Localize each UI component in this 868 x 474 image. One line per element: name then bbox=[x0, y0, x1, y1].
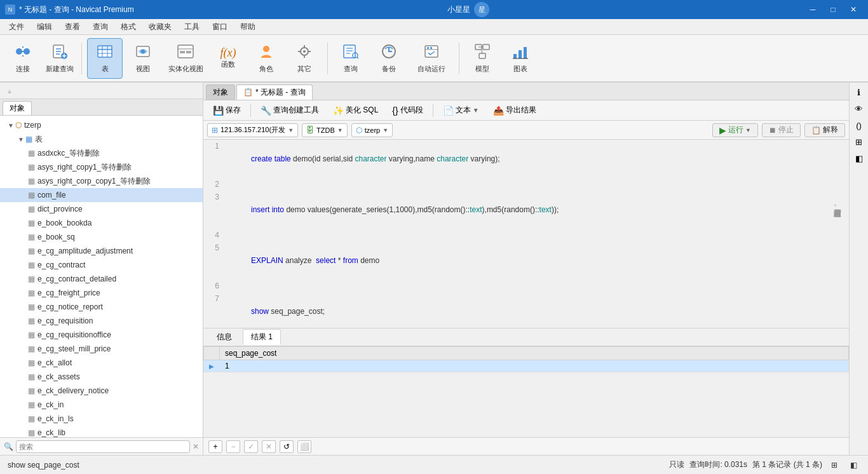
stop-button[interactable]: ⏹ 停止 bbox=[762, 123, 801, 137]
menu-help[interactable]: 帮助 bbox=[234, 20, 262, 34]
rtb-cancel[interactable]: ✕ bbox=[262, 440, 276, 453]
database-select[interactable]: 🗄 TZDB ▼ bbox=[302, 123, 348, 137]
tree-table-ebook-sq[interactable]: ▦ e_book_sq bbox=[0, 230, 203, 244]
tab-query[interactable]: 📋 * 无标题 - 查询 bbox=[236, 85, 313, 100]
col-header-seq-page-cost[interactable]: seq_page_cost bbox=[220, 347, 849, 360]
tb-view[interactable]: 视图 bbox=[125, 38, 161, 79]
query-tab-bar: 对象 📋 * 无标题 - 查询 bbox=[203, 83, 849, 100]
explain-label: 解释 bbox=[823, 125, 838, 135]
ri-info[interactable]: ℹ bbox=[852, 85, 866, 99]
tree-table-cg-freight[interactable]: ▦ e_cg_freight_price bbox=[0, 286, 203, 300]
tree-table-cg-contract[interactable]: ▦ e_cg_contract bbox=[0, 258, 203, 272]
ri-split[interactable]: ◧ bbox=[852, 151, 866, 165]
tree-table-cg-req[interactable]: ▦ e_cg_requisition bbox=[0, 314, 203, 328]
search-input[interactable] bbox=[16, 440, 190, 453]
tree-table-ck-lib[interactable]: ▦ e_ck_lib bbox=[0, 426, 203, 437]
code-editor[interactable]: 1 create table demo(id serial,sid charac… bbox=[203, 140, 849, 328]
tree-table-cg-detailed[interactable]: ▦ e_cg_contract_detailed bbox=[0, 272, 203, 286]
tree-root[interactable]: ▼ ⬡ tzerp bbox=[0, 118, 203, 132]
btn-export[interactable]: 📤 导出结果 bbox=[487, 103, 542, 118]
tb-other[interactable]: 其它 bbox=[287, 38, 322, 79]
tree-table-asys2[interactable]: ▦ asys_right_corp_copy1_等待删除 bbox=[0, 174, 203, 188]
code-line-1: 1 create table demo(id serial,sid charac… bbox=[203, 140, 849, 178]
tree-table-asdxckc[interactable]: ▦ asdxckc_等待删除 bbox=[0, 146, 203, 160]
rtb-add[interactable]: + bbox=[208, 440, 222, 453]
btn-beautify[interactable]: ✨ 美化 SQL bbox=[327, 103, 384, 118]
tb-chart[interactable]: 图表 bbox=[503, 38, 538, 79]
rtb-layout[interactable]: ⬜ bbox=[297, 440, 311, 453]
server-select[interactable]: ⊞ 121.36.157.210(开发 ▼ bbox=[207, 123, 298, 137]
tb-material-view[interactable]: 实体化视图 bbox=[163, 38, 208, 79]
menu-query[interactable]: 查询 bbox=[86, 20, 114, 34]
tree-table-ck-allot[interactable]: ▦ e_ck_allot bbox=[0, 356, 203, 370]
tb-query[interactable]: 查询 bbox=[333, 38, 369, 79]
minimize-button[interactable]: ─ bbox=[803, 3, 822, 16]
tab-result1[interactable]: 结果 1 bbox=[243, 329, 281, 345]
tb-role[interactable]: 角色 bbox=[248, 38, 284, 79]
tb-auto-run[interactable]: 自动运行 bbox=[409, 38, 454, 79]
menu-edit[interactable]: 编辑 bbox=[31, 20, 58, 34]
menu-view[interactable]: 查看 bbox=[58, 20, 86, 34]
tb-function[interactable]: f(x) 函数 bbox=[210, 38, 246, 79]
chart-icon bbox=[512, 43, 529, 63]
menu-favorites[interactable]: 收藏夹 bbox=[142, 20, 178, 34]
folder-icon: ▦ bbox=[25, 135, 32, 144]
menu-window[interactable]: 窗口 bbox=[206, 20, 234, 34]
menu-file[interactable]: 文件 bbox=[3, 20, 31, 34]
tree-table-dict[interactable]: ▦ dict_province bbox=[0, 202, 203, 216]
tree-tables-folder[interactable]: ▼ ▦ 表 bbox=[0, 132, 203, 146]
schema-select[interactable]: ⬡ tzerp ▼ bbox=[351, 123, 393, 137]
tb-model[interactable]: 模型 bbox=[465, 38, 500, 79]
explain-button[interactable]: 📋 解释 bbox=[804, 123, 845, 137]
tree-table-ck-delivery[interactable]: ▦ e_ck_delivery_notice bbox=[0, 384, 203, 398]
tree-table-cg-amp[interactable]: ▦ e_cg_amplitude_adjustment bbox=[0, 244, 203, 258]
table-label: e_cg_contract_detailed bbox=[37, 274, 116, 283]
btn-save[interactable]: 💾 保存 bbox=[207, 103, 247, 118]
menu-format[interactable]: 格式 bbox=[114, 20, 142, 34]
svg-rect-35 bbox=[430, 47, 432, 49]
status-form-view[interactable]: ◧ bbox=[846, 459, 860, 471]
nav-up[interactable]: ▲ bbox=[3, 85, 17, 97]
rtb-refresh[interactable]: ↺ bbox=[280, 440, 294, 453]
run-button[interactable]: ▶ 运行 ▼ bbox=[712, 123, 758, 137]
menu-tools[interactable]: 工具 bbox=[178, 20, 206, 34]
svg-rect-41 bbox=[513, 54, 517, 58]
app-icon: N bbox=[5, 4, 15, 15]
table-row[interactable]: ▶ 1 bbox=[204, 360, 849, 372]
btn-create-tool[interactable]: 🔧 查询创建工具 bbox=[255, 103, 325, 118]
tree-table-cg-notice[interactable]: ▦ e_cg_notice_report bbox=[0, 300, 203, 314]
tb-backup[interactable]: 备份 bbox=[371, 38, 407, 79]
table-row-icon: ▦ bbox=[28, 302, 35, 311]
btn-code-segment[interactable]: {} 代码段 bbox=[386, 103, 428, 118]
close-button[interactable]: ✕ bbox=[844, 3, 863, 16]
ri-code[interactable]: () bbox=[852, 118, 866, 132]
tree-table-ck-assets[interactable]: ▦ e_ck_assets bbox=[0, 370, 203, 384]
tree-table-cg-steel[interactable]: ▦ e_cg_steel_mill_price bbox=[0, 342, 203, 356]
tab-objects-header[interactable]: 对象 bbox=[206, 85, 235, 100]
code-line-6: 6 bbox=[203, 280, 849, 292]
ri-table[interactable]: ⊞ bbox=[852, 135, 866, 149]
status-grid-view[interactable]: ⊞ bbox=[827, 459, 841, 471]
tree-table-ck-in-ls[interactable]: ▦ e_ck_in_ls bbox=[0, 412, 203, 426]
tree-table-ck-in[interactable]: ▦ e_ck_in bbox=[0, 398, 203, 412]
tb-new-query[interactable]: 新建查询 bbox=[43, 38, 76, 79]
tb-role-label: 角色 bbox=[259, 64, 273, 74]
rtb-remove[interactable]: − bbox=[226, 440, 240, 453]
tb-query-label: 查询 bbox=[344, 64, 358, 74]
tree-table-asys1[interactable]: ▦ asys_right_copy1_等待删除 bbox=[0, 160, 203, 174]
tb-auto-run-label: 自动运行 bbox=[417, 64, 445, 74]
tree-table-com-file[interactable]: ▦ com_file bbox=[0, 188, 203, 202]
maximize-button[interactable]: □ bbox=[824, 3, 843, 16]
tb-connect[interactable]: 连接 bbox=[5, 38, 41, 79]
rtb-confirm[interactable]: ✓ bbox=[244, 440, 258, 453]
avatar: 星 bbox=[474, 2, 489, 17]
tree-table-ebook-da[interactable]: ▦ e_book_bookda bbox=[0, 216, 203, 230]
tree-table-cg-reqoffice[interactable]: ▦ e_cg_requisitionoffice bbox=[0, 328, 203, 342]
tab-objects[interactable]: 对象 bbox=[3, 101, 32, 115]
close-search-icon[interactable]: ✕ bbox=[193, 442, 199, 451]
ri-preview[interactable]: 👁 bbox=[852, 102, 866, 116]
btn-text[interactable]: 📄 文本 ▼ bbox=[437, 103, 485, 118]
tab-info[interactable]: 信息 bbox=[208, 329, 240, 345]
material-view-icon bbox=[177, 43, 194, 63]
tb-table[interactable]: 表 bbox=[87, 38, 123, 79]
